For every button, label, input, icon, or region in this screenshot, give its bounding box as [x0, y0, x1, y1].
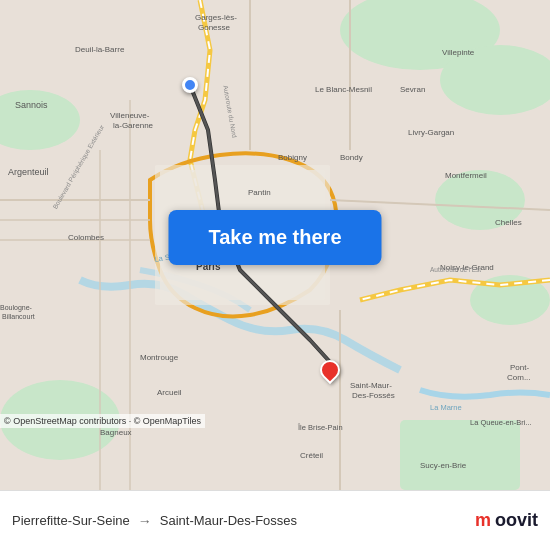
svg-text:Des-Fossés: Des-Fossés	[352, 391, 395, 400]
svg-text:Montfermeil: Montfermeil	[445, 171, 487, 180]
svg-text:Bagneux: Bagneux	[100, 428, 132, 437]
map-container: Sannois Argenteuil Colombes Deuil-la-Bar…	[0, 0, 550, 490]
destination-marker	[320, 360, 340, 388]
svg-text:la-Garenne: la-Garenne	[113, 121, 154, 130]
svg-text:Pont-: Pont-	[510, 363, 529, 372]
take-me-there-button[interactable]: Take me there	[168, 210, 381, 265]
svg-text:Chelles: Chelles	[495, 218, 522, 227]
svg-text:Autoroute de l'Est: Autoroute de l'Est	[430, 266, 481, 273]
moovit-logo: moovit	[475, 510, 538, 531]
svg-text:Gonesse: Gonesse	[198, 23, 231, 32]
svg-text:Garges-lès-: Garges-lès-	[195, 13, 237, 22]
svg-text:Deuil-la-Barre: Deuil-la-Barre	[75, 45, 125, 54]
route-from: Pierrefitte-Sur-Seine	[12, 513, 130, 528]
svg-text:Créteil: Créteil	[300, 451, 323, 460]
svg-text:Livry-Gargan: Livry-Gargan	[408, 128, 454, 137]
origin-marker	[182, 77, 198, 93]
svg-text:Boulogne-: Boulogne-	[0, 304, 33, 312]
svg-text:Sannois: Sannois	[15, 100, 48, 110]
svg-text:Montrouge: Montrouge	[140, 353, 179, 362]
svg-text:Arcueil: Arcueil	[157, 388, 182, 397]
svg-text:Com...: Com...	[507, 373, 531, 382]
route-arrow-icon: →	[138, 513, 152, 529]
svg-text:Bondy: Bondy	[340, 153, 363, 162]
svg-text:Pantin: Pantin	[248, 188, 271, 197]
svg-text:Villeneuve-: Villeneuve-	[110, 111, 150, 120]
bottom-bar: Pierrefitte-Sur-Seine → Saint-Maur-Des-F…	[0, 490, 550, 550]
svg-text:La Queue-en-Bri...: La Queue-en-Bri...	[470, 418, 532, 427]
svg-text:Villepinte: Villepinte	[442, 48, 475, 57]
moovit-logo-rest: oovit	[495, 510, 538, 531]
svg-text:Sucy-en-Brie: Sucy-en-Brie	[420, 461, 467, 470]
route-info: Pierrefitte-Sur-Seine → Saint-Maur-Des-F…	[12, 513, 475, 529]
svg-text:Billancourt: Billancourt	[2, 313, 35, 320]
svg-rect-6	[400, 420, 520, 490]
svg-text:Argenteuil: Argenteuil	[8, 167, 49, 177]
svg-text:Sevran: Sevran	[400, 85, 425, 94]
svg-text:Le Blanc-Mesnil: Le Blanc-Mesnil	[315, 85, 372, 94]
moovit-logo-m: m	[475, 510, 491, 531]
map-attribution: © OpenStreetMap contributors · © OpenMap…	[0, 414, 205, 428]
svg-text:La Marne: La Marne	[430, 403, 462, 412]
svg-text:Colombes: Colombes	[68, 233, 104, 242]
svg-text:Saint-Maur-: Saint-Maur-	[350, 381, 392, 390]
svg-text:Île Brise-Pain: Île Brise-Pain	[297, 423, 343, 432]
svg-text:Bobigny: Bobigny	[278, 153, 307, 162]
route-to: Saint-Maur-Des-Fosses	[160, 513, 297, 528]
